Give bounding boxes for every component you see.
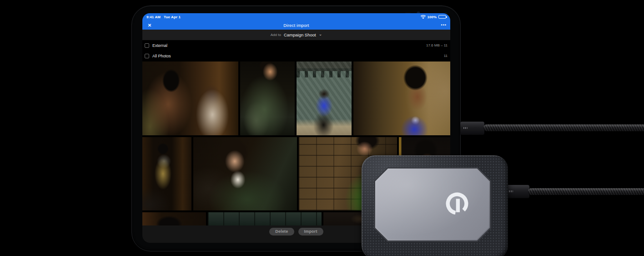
battery-full-icon: [438, 15, 446, 19]
status-bar: 9:41 AM Tue Apr 1 100%: [142, 13, 450, 20]
photo-thumb-reclining-green-jacket-turtleneck[interactable]: [193, 137, 297, 210]
source-row-external: External17.6 MB – 11: [142, 40, 450, 51]
source-label: External: [152, 43, 426, 48]
drive-plate-bevel: [375, 169, 490, 241]
add-to-bar: Add to Campaign Shoot ⌄: [142, 30, 450, 40]
photo-thumb-blue-sweater-green-shed[interactable]: [297, 61, 352, 135]
connector-logo: [509, 190, 513, 192]
usb-c-connector-ipad: [460, 122, 484, 135]
photo-thumb-green-leather-coat-looking-up[interactable]: [240, 61, 295, 135]
drive-metal-plate: [376, 169, 489, 240]
source-checkbox[interactable]: [145, 54, 149, 58]
g-technology-logo-icon: [444, 190, 470, 217]
page-title: Direct import: [142, 23, 450, 28]
photo-thumb-partial-green-door[interactable]: [208, 212, 322, 225]
import-button[interactable]: Import: [298, 228, 323, 236]
drive-plate-groove: [374, 167, 491, 242]
usb-c-connector-drive: [506, 185, 529, 198]
source-row-all-photos: All Photos11: [142, 51, 450, 61]
source-detail: 11: [444, 54, 448, 58]
braided-cable-drive: [528, 188, 644, 195]
chevron-down-icon[interactable]: ⌄: [319, 32, 322, 36]
source-detail: 17.6 MB – 11: [426, 43, 448, 47]
status-time: 9:41 AM: [146, 15, 161, 19]
wifi-icon: [421, 15, 426, 19]
delete-button[interactable]: Delete: [269, 228, 294, 236]
source-checkbox[interactable]: [145, 43, 149, 48]
status-date: Tue Apr 1: [164, 15, 181, 19]
external-drive: [362, 155, 508, 256]
connector-logo: [463, 127, 468, 129]
more-options-icon[interactable]: •••: [441, 20, 447, 30]
scene: 9:41 AM Tue Apr 1 100% ✕ Direct import •…: [0, 0, 644, 256]
album-selector[interactable]: Campaign Shoot: [284, 32, 316, 37]
source-list: External17.6 MB – 11All Photos11: [142, 40, 450, 61]
photo-thumb-men-dark-interior[interactable]: [142, 61, 238, 135]
photo-thumb-standing-mustard-jacket[interactable]: [142, 137, 191, 210]
battery-percent: 100%: [428, 15, 437, 19]
photo-thumb-partial-dark-head[interactable]: [142, 212, 206, 225]
add-to-label: Add to: [271, 33, 281, 37]
photo-thumb-portrait-warm-rocks-blue-jacket[interactable]: [353, 61, 450, 135]
app-header: ✕ Direct import •••: [142, 20, 450, 30]
braided-cable-ipad: [483, 124, 644, 131]
close-icon[interactable]: ✕: [146, 21, 153, 29]
source-label: All Photos: [152, 54, 444, 58]
